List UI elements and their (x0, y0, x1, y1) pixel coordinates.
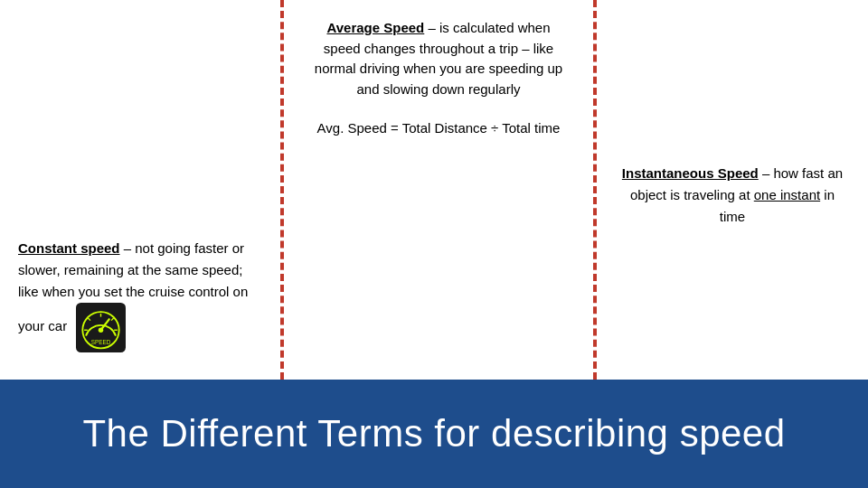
main-content: Constant speed – not going faster or slo… (0, 0, 868, 380)
constant-speed-block: Constant speed – not going faster or slo… (18, 238, 262, 352)
footer-text: The Different Terms for describing speed (82, 412, 785, 455)
footer-bar: The Different Terms for describing speed (0, 380, 868, 488)
right-column: Instantaneous Speed – how fast an object… (597, 0, 868, 380)
avg-formula: Avg. Speed = Total Distance ÷ Total time (317, 117, 561, 139)
constant-speed-label: Constant speed (18, 240, 120, 256)
avg-speed-label: Average Speed (326, 20, 424, 35)
instant-speed-underline: one instant (754, 187, 820, 202)
left-column: Constant speed – not going faster or slo… (0, 0, 280, 380)
middle-column: Average Speed – is calculated when speed… (280, 0, 597, 380)
svg-text:SPEED: SPEED (91, 339, 111, 345)
instant-speed-label: Instantaneous Speed (622, 165, 759, 181)
instant-speed-block: Instantaneous Speed – how fast an object… (619, 163, 845, 228)
speedometer-icon: SPEED (76, 303, 126, 352)
avg-speed-block: Average Speed – is calculated when speed… (307, 18, 571, 99)
svg-point-8 (99, 328, 104, 333)
